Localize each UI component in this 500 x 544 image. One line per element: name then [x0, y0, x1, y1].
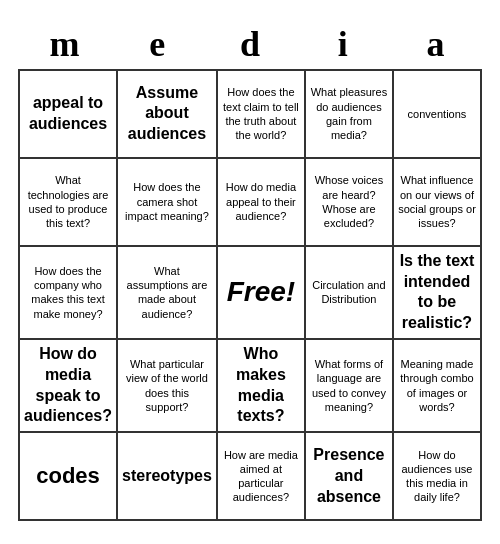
cell-r1-c3: Whose voices are heard? Whose are exclud… — [306, 159, 394, 247]
cell-r0-c3: What pleasures do audiences gain from me… — [306, 71, 394, 159]
cell-r1-c2: How do media appeal to their audience? — [218, 159, 306, 247]
cell-r3-c1: What particular view of the world does t… — [118, 340, 218, 433]
cell-r4-c4: How do audiences use this media in daily… — [394, 433, 482, 521]
cell-r2-c4: Is the text intended to be realistic? — [394, 247, 482, 340]
cell-r4-c3: Presence and absence — [306, 433, 394, 521]
cell-r3-c2: Who makes media texts? — [218, 340, 306, 433]
cell-r3-c0: How do media speak to audiences? — [20, 340, 118, 433]
bingo-header: media — [18, 23, 482, 65]
cell-r4-c1: stereotypes — [118, 433, 218, 521]
cell-r0-c0: appeal to audiences — [20, 71, 118, 159]
header-letter-a: a — [392, 23, 480, 65]
header-letter-d: d — [206, 23, 294, 65]
cell-r4-c2: How are media aimed at particular audien… — [218, 433, 306, 521]
cell-r1-c4: What influence on our views of social gr… — [394, 159, 482, 247]
cell-r0-c4: conventions — [394, 71, 482, 159]
cell-r4-c0: codes — [20, 433, 118, 521]
header-letter-m: m — [20, 23, 108, 65]
cell-r3-c4: Meaning made through combo of images or … — [394, 340, 482, 433]
cell-r0-c1: Assume about audiences — [118, 71, 218, 159]
cell-r0-c2: How does the text claim to tell the trut… — [218, 71, 306, 159]
cell-r2-c1: What assumptions are made about audience… — [118, 247, 218, 340]
cell-r1-c1: How does the camera shot impact meaning? — [118, 159, 218, 247]
header-letter-i: i — [299, 23, 387, 65]
bingo-card: media appeal to audiencesAssume about au… — [10, 15, 490, 529]
cell-r2-c3: Circulation and Distribution — [306, 247, 394, 340]
cell-r1-c0: What technologies are used to produce th… — [20, 159, 118, 247]
cell-r2-c0: How does the company who makes this text… — [20, 247, 118, 340]
cell-r3-c3: What forms of language are used to conve… — [306, 340, 394, 433]
bingo-grid: appeal to audiencesAssume about audience… — [18, 69, 482, 521]
header-letter-e: e — [113, 23, 201, 65]
cell-r2-c2: Free! — [218, 247, 306, 340]
